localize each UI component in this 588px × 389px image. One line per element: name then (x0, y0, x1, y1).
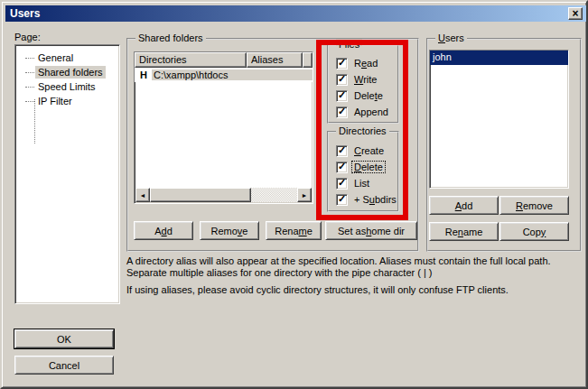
alias-note-1: A directory alias will also appear at th… (126, 255, 578, 279)
directories-group: Directories ✓ Create ✓ Delete ✓ List ✓ +… (327, 131, 399, 212)
alias-note-2: If using aliases, please avoid cyclic di… (126, 284, 578, 296)
cancel-button[interactable]: Cancel (14, 356, 114, 375)
scroll-right-icon: ► (302, 192, 308, 199)
folder-remove-button[interactable]: Remove (200, 221, 259, 240)
directory-path: C:\xampp\htdocs (152, 69, 313, 80)
checkbox-read[interactable]: ✓ Read (336, 57, 397, 69)
users-group-label: Users (435, 32, 467, 43)
users-dialog: Users × Page: General Shared folders Spe… (0, 0, 588, 389)
user-remove-button[interactable]: Remove (499, 196, 569, 215)
user-add-button[interactable]: Add (429, 196, 499, 215)
tree-item-speed-limits[interactable]: Speed Limits (15, 79, 119, 94)
tree-item-general[interactable]: General (15, 51, 119, 65)
column-header-filler (303, 52, 313, 68)
checkbox-subdirs[interactable]: ✓ + Subdirs (336, 193, 397, 206)
checkbox-delete-file[interactable]: ✓ Delete (336, 89, 397, 102)
tree-connector (25, 101, 34, 102)
tree-connector (25, 58, 34, 59)
tree-item-shared-folders[interactable]: Shared folders (15, 65, 119, 79)
check-icon: ✓ (338, 90, 346, 100)
column-header-aliases[interactable]: Aliases (247, 52, 303, 68)
check-icon: ✓ (338, 162, 346, 171)
checkbox-checked-icon: ✓ (336, 162, 348, 173)
check-icon: ✓ (338, 74, 346, 84)
check-icon: ✓ (338, 145, 346, 155)
folder-add-button[interactable]: Add (134, 221, 193, 240)
directories-group-label: Directories (336, 125, 389, 136)
tree-item-ip-filter[interactable]: IP Filter (15, 94, 119, 108)
user-copy-button[interactable]: Copy (499, 222, 569, 241)
window-title: Users (10, 7, 40, 20)
set-as-home-dir-button[interactable]: Set as home dir (325, 221, 417, 240)
user-list-item[interactable]: john (430, 51, 568, 65)
users-list: john (429, 50, 569, 189)
checkbox-create[interactable]: ✓ Create (336, 144, 397, 157)
shared-folders-group-label: Shared folders (135, 32, 206, 43)
close-button[interactable]: × (568, 7, 583, 20)
directories-list-header: Directories Aliases (135, 52, 313, 68)
directory-row[interactable]: H C:\xampp\htdocs (135, 68, 313, 82)
checkbox-write[interactable]: ✓ Write (336, 73, 397, 86)
checkbox-checked-icon: ✓ (336, 178, 348, 190)
ok-button[interactable]: OK (14, 329, 114, 348)
home-flag: H (135, 69, 152, 80)
close-icon: × (572, 9, 578, 18)
checkbox-checked-icon: ✓ (336, 90, 348, 102)
check-icon: ✓ (338, 178, 346, 188)
column-header-directories[interactable]: Directories (135, 52, 247, 68)
page-label: Page: (14, 32, 41, 42)
checkbox-delete-dir[interactable]: ✓ Delete (336, 161, 397, 173)
checkbox-list[interactable]: ✓ List (336, 177, 397, 190)
check-icon: ✓ (338, 194, 346, 204)
checkbox-checked-icon: ✓ (336, 145, 348, 157)
tree-connector (25, 72, 34, 73)
scrollbar-thumb[interactable] (150, 188, 251, 202)
scroll-right-button[interactable]: ► (297, 188, 312, 202)
directories-list: Directories Aliases H C:\xampp\htdocs ◄ … (134, 51, 313, 204)
scroll-left-button[interactable]: ◄ (135, 188, 150, 202)
checkbox-checked-icon: ✓ (336, 107, 348, 118)
checkbox-checked-icon: ✓ (336, 74, 348, 86)
titlebar: Users (5, 5, 586, 22)
horizontal-scrollbar[interactable]: ◄ ► (135, 188, 312, 202)
files-group: Files ✓ Read ✓ Write ✓ Delete ✓ Append (327, 44, 399, 124)
scroll-left-icon: ◄ (140, 192, 146, 199)
check-icon: ✓ (338, 58, 346, 68)
checkbox-checked-icon: ✓ (336, 194, 348, 206)
user-rename-button[interactable]: Rename (429, 222, 499, 241)
alias-notes: A directory alias will also appear at th… (126, 255, 578, 296)
tree-connector (25, 87, 34, 88)
checkbox-checked-icon: ✓ (336, 58, 348, 69)
checkbox-append[interactable]: ✓ Append (336, 106, 397, 118)
scrollbar-track[interactable] (251, 188, 297, 202)
files-group-label: Files (336, 39, 362, 50)
page-tree: General Shared folders Speed Limits IP F… (14, 44, 120, 304)
check-icon: ✓ (338, 107, 346, 116)
folder-rename-button[interactable]: Rename (266, 221, 322, 240)
